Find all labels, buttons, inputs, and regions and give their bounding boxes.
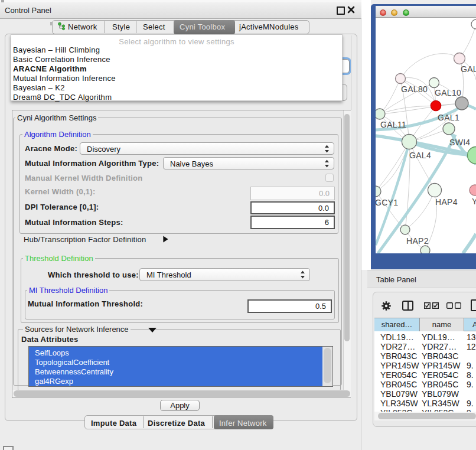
svg-text:GAL4: GAL4 [409,151,431,160]
svg-text:HAP2: HAP2 [406,236,429,246]
svg-text:GAL10: GAL10 [435,88,461,97]
svg-text:Y: Y [472,197,476,206]
svg-text:HAP4: HAP4 [435,197,458,207]
svg-text:SWI4: SWI4 [449,138,470,147]
svg-text:GAL80: GAL80 [401,84,428,94]
svg-text:GAL11: GAL11 [380,120,406,129]
svg-text:GAL: GAL [461,64,476,74]
svg-text:GAL1: GAL1 [438,113,459,122]
svg-text:GCY1: GCY1 [376,198,398,207]
